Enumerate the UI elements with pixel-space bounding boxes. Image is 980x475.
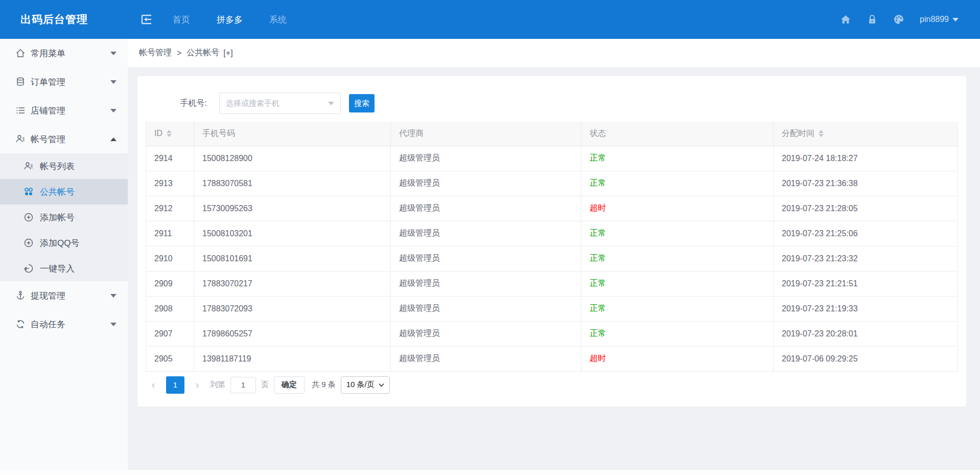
breadcrumb-parent[interactable]: 帐号管理: [139, 48, 172, 58]
plus-circle-icon: [24, 212, 34, 222]
lock-icon[interactable]: [867, 14, 878, 25]
pagination: ‹ 1 › 到第 页 确定 共 9 条 10 条/页: [146, 375, 958, 395]
page-number-button[interactable]: 1: [166, 376, 184, 394]
sidebar-item-withdraw[interactable]: 提现管理: [0, 281, 128, 310]
table-row: 2911 15008103201 超级管理员 正常 2019-07-23 21:…: [146, 221, 958, 246]
sidebar-item-shops[interactable]: 店铺管理: [0, 96, 128, 125]
sidebar-item-label: 一键导入: [40, 263, 75, 275]
sidebar-item-account-list[interactable]: 帐号列表: [0, 153, 128, 179]
nav-item-pinduoduo[interactable]: 拼多多: [217, 14, 243, 26]
column-header-time[interactable]: 分配时间: [774, 122, 958, 146]
cell-id: 2914: [146, 146, 194, 171]
chevron-down-icon: [110, 109, 116, 112]
app-title: 出码后台管理: [0, 12, 128, 27]
home-outline-icon: [15, 48, 26, 58]
sidebar-item-label: 常用菜单: [31, 48, 65, 59]
cell-agent: 超级管理员: [391, 246, 581, 271]
sidebar-item-public-accounts[interactable]: 公共帐号: [0, 179, 128, 205]
breadcrumb-current: 公共帐号: [186, 48, 219, 58]
palette-icon[interactable]: [893, 14, 904, 25]
phone-select-placeholder: 选择或搜索手机: [226, 99, 328, 108]
goto-page-input[interactable]: [230, 377, 256, 393]
cell-phone: 17883070581: [194, 171, 391, 196]
sort-icon[interactable]: [167, 130, 172, 137]
circles-grid-icon: [24, 187, 34, 197]
status-badge: 超时: [581, 346, 774, 371]
sidebar-item-accounts[interactable]: 帐号管理: [0, 125, 128, 153]
status-badge: 正常: [581, 221, 774, 246]
status-badge: 正常: [581, 171, 774, 196]
status-badge: 正常: [581, 321, 774, 346]
main-content: 帐号管理 > 公共帐号 [+] 手机号: 选择或搜索手机 搜索 ID 手机号码: [128, 39, 980, 470]
total-count-label: 共 9 条: [312, 380, 336, 390]
cell-time: 2019-07-23 21:25:06: [774, 221, 958, 246]
cell-phone: 17898605257: [194, 321, 391, 346]
nav-item-home[interactable]: 首页: [173, 14, 190, 26]
top-nav: 首页 拼多多 系统: [173, 14, 287, 26]
search-button[interactable]: 搜索: [349, 94, 375, 112]
table-row: 2905 13981187119 超级管理员 超时 2019-07-06 09:…: [146, 346, 958, 371]
goto-label: 到第: [210, 380, 225, 390]
cell-time: 2019-07-23 21:28:05: [774, 196, 958, 221]
cell-phone: 15008101691: [194, 246, 391, 271]
table-row: 2907 17898605257 超级管理员 正常 2019-07-23 20:…: [146, 321, 958, 346]
cell-phone: 17883070217: [194, 271, 391, 296]
page-unit-label: 页: [261, 380, 269, 390]
table-row: 2909 17883070217 超级管理员 正常 2019-07-23 21:…: [146, 271, 958, 296]
cell-agent: 超级管理员: [391, 221, 581, 246]
user-group-icon: [15, 134, 26, 144]
column-header-status: 状态: [581, 122, 774, 146]
loop-icon: [15, 319, 26, 329]
cell-id: 2908: [146, 296, 194, 321]
confirm-button[interactable]: 确定: [274, 376, 305, 394]
phone-select[interactable]: 选择或搜索手机: [219, 93, 341, 114]
sidebar-item-common-menu[interactable]: 常用菜单: [0, 39, 128, 67]
cell-agent: 超级管理员: [391, 171, 581, 196]
status-badge: 正常: [581, 146, 774, 171]
search-form: 手机号: 选择或搜索手机 搜索: [146, 93, 958, 114]
cell-phone: 15730095263: [194, 196, 391, 221]
cell-time: 2019-07-24 18:18:27: [774, 146, 958, 171]
breadcrumb-plus[interactable]: [+]: [223, 49, 232, 58]
list-icon: [15, 105, 26, 116]
page-bottom-strip: [0, 470, 980, 475]
chevron-down-icon: [379, 383, 384, 387]
page-size-value: 10 条/页: [346, 380, 375, 390]
cell-id: 2912: [146, 196, 194, 221]
sidebar-item-auto-tasks[interactable]: 自动任务: [0, 310, 128, 338]
cell-time: 2019-07-23 21:36:38: [774, 171, 958, 196]
database-icon: [15, 77, 26, 87]
status-badge: 正常: [581, 246, 774, 271]
sidebar-item-label: 公共帐号: [40, 186, 75, 198]
nav-item-system[interactable]: 系统: [269, 14, 287, 26]
sidebar-item-label: 订单管理: [31, 76, 65, 88]
column-header-id[interactable]: ID: [146, 122, 194, 146]
chevron-up-icon: [110, 138, 116, 141]
import-icon: [24, 263, 34, 274]
user-menu[interactable]: pin8899: [920, 15, 959, 24]
prev-page-button[interactable]: ‹: [146, 376, 161, 394]
cell-id: 2910: [146, 246, 194, 271]
sidebar-item-label: 帐号列表: [40, 161, 75, 172]
sidebar-item-add-qq[interactable]: 添加QQ号: [0, 230, 128, 256]
table-row: 2912 15730095263 超级管理员 超时 2019-07-23 21:…: [146, 196, 958, 221]
sort-icon[interactable]: [819, 130, 824, 137]
sidebar-item-label: 自动任务: [31, 319, 65, 330]
sidebar-item-import[interactable]: 一键导入: [0, 256, 128, 281]
anchor-icon: [15, 290, 26, 301]
table-header-row: ID 手机号码 代理商 状态 分配时间: [146, 122, 958, 146]
column-header-phone: 手机号码: [194, 122, 391, 146]
cell-id: 2913: [146, 171, 194, 196]
sidebar-item-add-account[interactable]: 添加帐号: [0, 205, 128, 230]
cell-agent: 超级管理员: [391, 196, 581, 221]
table-row: 2914 15008128900 超级管理员 正常 2019-07-24 18:…: [146, 146, 958, 171]
sidebar-collapse-icon[interactable]: [140, 13, 153, 26]
status-badge: 正常: [581, 296, 774, 321]
sidebar-item-orders[interactable]: 订单管理: [0, 67, 128, 96]
page-size-select[interactable]: 10 条/页: [341, 376, 390, 394]
sidebar-item-label: 店铺管理: [31, 105, 65, 117]
chevron-down-icon: [110, 80, 116, 84]
home-icon[interactable]: [840, 14, 851, 25]
accounts-submenu: 帐号列表 公共帐号 添加帐号 添加: [0, 153, 128, 281]
next-page-button[interactable]: ›: [190, 376, 205, 394]
